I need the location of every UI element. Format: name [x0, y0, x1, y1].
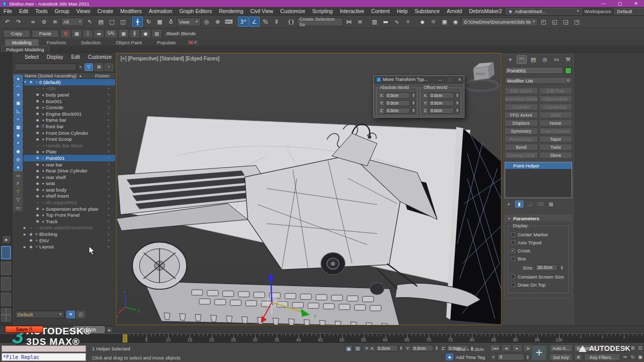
clear-search-icon[interactable]: × [78, 64, 83, 70]
frozen-column-header[interactable]: Frozen [95, 73, 115, 78]
scene-object-row[interactable]: ▶ ◉ ≡ Layout ∗ [24, 243, 115, 250]
ribbon-tab[interactable]: Modeling [5, 39, 39, 46]
menu-item[interactable]: Scripting [309, 8, 337, 14]
modifier-button[interactable]: Retopology [505, 136, 538, 142]
visibility-eye-icon[interactable]: ◉ [35, 150, 40, 154]
go-to-start-button[interactable]: |◄◄ [490, 344, 500, 352]
key-filter-icon[interactable]: ≣ [574, 353, 583, 361]
checkbox-row[interactable]: Axis Tripod [511, 238, 566, 246]
frozen-toggle[interactable]: ∗ [102, 226, 115, 230]
column-headers[interactable]: Name (Sorted Ascending) ▲ Frozen [13, 72, 115, 79]
separator[interactable] [414, 17, 417, 27]
scene-object-row[interactable]: ▶ ● ≡ assetLoaderEnvironment ∗ [24, 225, 115, 231]
visibility-eye-icon[interactable]: ◉ [28, 80, 34, 84]
visibility-eye-icon[interactable]: ● [35, 144, 40, 147]
container-edit-icon[interactable]: ◳ [572, 17, 582, 27]
filter-icon[interactable]: ▽ [85, 63, 93, 71]
scene-object-row[interactable]: ◉ ◫ front bar ∗ [24, 123, 115, 130]
add-explorer-icon[interactable]: + [105, 63, 113, 71]
visibility-eye-icon[interactable]: ◉ [35, 194, 40, 198]
visibility-eye-icon[interactable]: ◉ [35, 156, 40, 160]
frozen-toggle[interactable]: ∗ [102, 232, 115, 236]
menu-item[interactable]: Group [51, 8, 73, 14]
close-button[interactable]: ✕ [634, 1, 638, 6]
display-hierarchy-icon[interactable]: ◫ [76, 311, 85, 318]
slider-left-arrow[interactable]: ◄ [66, 327, 73, 333]
viewport-label[interactable]: [+] [Perspective] [Standard] [Edged Face… [120, 56, 219, 61]
selection-set-key-dropdown[interactable]: Selected ▼ [574, 344, 614, 352]
frozen-toggle[interactable]: ∗ [102, 188, 115, 192]
scene-object-row[interactable]: ◉ ● Rear Drive Cylinder ∗ [24, 167, 115, 174]
modifier-button[interactable]: Normalize Spline [505, 96, 538, 102]
next-key-button[interactable]: ▲ [58, 327, 65, 333]
display-layers-icon[interactable]: ≋ [66, 311, 75, 318]
visibility-eye-icon[interactable]: ◉ [35, 137, 40, 141]
add-time-tag[interactable]: ◈ Add Time Tag [446, 353, 485, 360]
configure-modifier-sets-icon[interactable]: ▨ [547, 201, 555, 208]
frozen-toggle[interactable]: ∗ [102, 156, 115, 160]
search-input[interactable] [15, 63, 76, 71]
scene-object-row[interactable]: ◉ ● shelf insert ∗ [24, 193, 115, 200]
modifier-button[interactable]: Chamfer [505, 104, 538, 110]
scene-object-row[interactable]: ◉ ● seat body ∗ [24, 187, 115, 193]
frozen-toggle[interactable]: ∗ [102, 201, 115, 205]
project-folder-dropdown[interactable]: D:\OneDrive\Documents\3ds Max 2021▼ [461, 18, 538, 26]
visibility-eye-icon[interactable]: ◉ [28, 238, 34, 242]
scene-object-row[interactable]: ● ● Handle Bar Block ∗ [24, 142, 115, 149]
scene-object-row[interactable]: ◉ ● Plate ∗ [24, 149, 115, 155]
frozen-toggle[interactable]: ∗ [102, 99, 115, 103]
coordinate-field[interactable]: 0.0cm [385, 93, 410, 99]
modifier-button[interactable]: Edit Poly [539, 87, 573, 94]
separator[interactable] [366, 17, 369, 27]
percent-snap-icon[interactable]: % [260, 17, 271, 27]
ind-icon[interactable]: ╫ [129, 29, 140, 38]
ribbon-tab[interactable]: Object Paint [109, 39, 149, 46]
menu-item[interactable]: Animation [145, 8, 176, 14]
show-end-result-icon[interactable]: ▮ [515, 201, 523, 208]
previous-key-button[interactable]: ▲ [49, 327, 56, 333]
window-crossing-icon[interactable]: ◫ [118, 17, 128, 27]
menu-item[interactable]: Tools [32, 8, 51, 14]
time-slider[interactable]: ▲ ▲ ◄ 0 / 100 ► [0, 325, 644, 333]
frozen-toggle[interactable]: ∗ [102, 112, 115, 116]
zoom-icon[interactable]: ⊕ [622, 344, 628, 351]
scene-object-row[interactable]: ◉ ● body panel ∗ [24, 92, 115, 98]
angle-snap-icon[interactable]: ∠ [249, 17, 260, 27]
scene-object-row[interactable]: ◉ ● rear shelf ∗ [24, 174, 115, 180]
checkbox[interactable] [511, 240, 515, 245]
sal-icon[interactable]: SAL [105, 29, 118, 38]
scene-object-row[interactable]: ◉ ● Track ∗ [24, 218, 115, 225]
frozen-toggle[interactable]: ∗ [102, 118, 115, 122]
checkbox[interactable] [511, 232, 515, 237]
auto-key-button[interactable]: Auto K... [549, 344, 573, 352]
filter-funnel-icon[interactable]: ▽ [14, 196, 23, 203]
checkbox[interactable] [511, 283, 515, 287]
edit-named-selection-sets-icon[interactable]: {} [286, 17, 296, 27]
spinner-control[interactable] [434, 345, 439, 351]
frozen-toggle[interactable]: ∗ [102, 143, 115, 147]
modifier-button[interactable]: FFD 4x4x4 [505, 112, 538, 118]
filter-shapes-icon[interactable]: ◠ [14, 83, 23, 90]
maximize-button[interactable]: ▢ [618, 1, 622, 6]
coordinate-field[interactable]: 0.0cm [385, 100, 410, 106]
coordinate-display-icon[interactable]: ⌖ [363, 345, 371, 352]
frozen-toggle[interactable]: ∗ [102, 169, 115, 173]
bind-to-space-warp-icon[interactable]: ≋ [50, 17, 60, 27]
wall-icon[interactable]: ▬ [94, 29, 104, 38]
explorer-menu-item[interactable]: Edit [67, 54, 84, 60]
object-color-swatch[interactable] [565, 67, 572, 74]
display-tab[interactable]: ▭ [551, 55, 561, 64]
filter-xrefs-icon[interactable]: ◈ [14, 131, 23, 139]
modifier-list-dropdown[interactable]: Modifier List ▼ [505, 77, 572, 84]
render-production-icon[interactable]: ◉ [450, 17, 461, 27]
scene-object-row[interactable]: ◉ ● seat ∗ [24, 180, 115, 187]
key-filters-button[interactable]: Key Filters... [584, 353, 620, 361]
filter-funnel-gold-icon[interactable]: ▽ [14, 188, 23, 195]
name-column-header[interactable]: Name (Sorted Ascending) [25, 73, 76, 78]
select-by-name-icon[interactable]: ▤ [96, 17, 106, 27]
modifier-button[interactable]: Data Channel [539, 128, 573, 134]
track-bar[interactable]: 0510152025303540455055606570758085909510… [0, 333, 644, 342]
visibility-eye-icon[interactable]: ◉ [35, 162, 40, 166]
visibility-eye-icon[interactable]: ◉ [28, 232, 34, 236]
previous-frame-button[interactable]: ◄| [501, 344, 511, 352]
